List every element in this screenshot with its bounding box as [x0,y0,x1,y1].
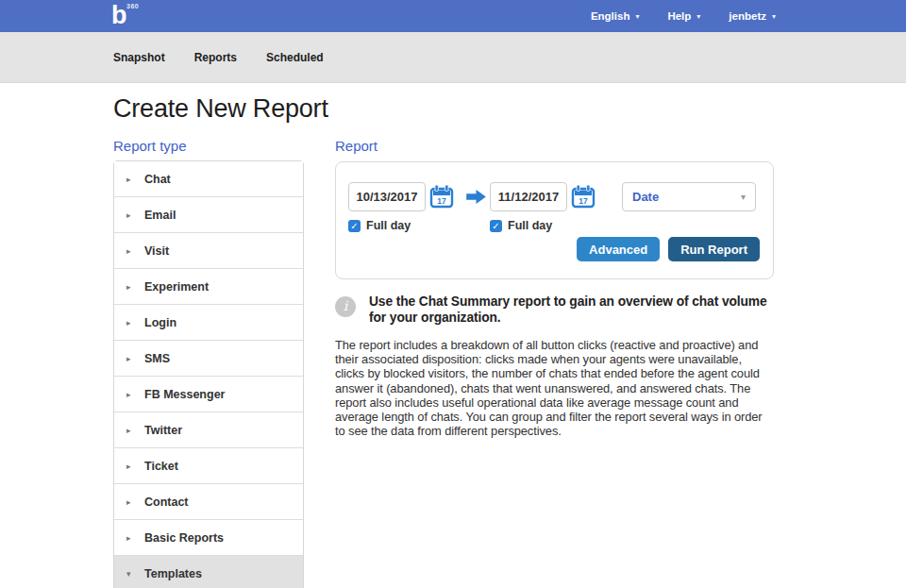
report-info-header: i Use the Chat Summary report to gain an… [335,294,775,326]
page-title: Create New Report [113,94,328,124]
report-type-item-visit[interactable]: ▸Visit [114,233,303,269]
calendar-day-number: 17 [579,196,588,206]
report-type-item-label: Twitter [144,424,182,437]
report-type-section: Report type ▸Chat▸Email▸Visit▸Experiment… [113,138,304,588]
report-type-item-label: Chat [144,173,171,186]
language-menu-label: English [591,10,630,22]
chevron-right-icon: ▸ [126,390,138,399]
report-type-item-label: Contact [144,496,189,509]
chevron-down-icon: ▾ [696,12,700,21]
report-type-item-label: Visit [144,244,169,258]
user-menu[interactable]: jenbetz ▾ [729,10,776,22]
report-heading: Report [335,138,775,154]
report-form-buttons: Advanced Run Report [577,237,760,261]
date-range-type-select[interactable]: Date ▾ [622,182,756,211]
report-type-item-experiment[interactable]: ▸Experiment [114,269,303,305]
report-type-item-templates[interactable]: ▾Templates [114,556,303,588]
report-type-item-fb-messenger[interactable]: ▸FB Messenger [114,377,303,412]
calendar-icon[interactable]: 17 [571,184,596,209]
report-type-item-basic-reports[interactable]: ▸Basic Reports [114,520,303,556]
report-type-item-label: Experiment [144,280,209,294]
chevron-right-icon: ▸ [126,462,138,471]
report-type-item-login[interactable]: ▸Login [114,305,303,341]
chevron-down-icon: ▾ [126,569,138,579]
help-menu-label: Help [667,10,691,22]
arrow-right-icon [466,190,486,204]
nav-item-snapshot[interactable]: Snapshot [113,51,165,64]
report-type-item-label: FB Messenger [144,388,225,401]
report-info-description: The report includes a breakdown of all b… [335,338,771,438]
report-type-item-ticket[interactable]: ▸Ticket [114,448,303,484]
info-icon: i [335,296,356,317]
language-menu[interactable]: English ▾ [591,10,640,22]
chevron-right-icon: ▸ [126,426,138,435]
calendar-day-number: 17 [437,196,446,206]
advanced-button[interactable]: Advanced [577,237,660,261]
end-date-input[interactable] [490,182,567,211]
report-type-item-chat[interactable]: ▸Chat [114,161,303,197]
chevron-right-icon: ▸ [126,497,138,507]
report-form-panel: 17 17 Date ▾ ✓ Full day ✓ [335,161,774,279]
report-type-item-label: Login [144,316,176,329]
top-bar-menus: English ▾ Help ▾ jenbetz ▾ [591,0,776,32]
top-bar: b 360 English ▾ Help ▾ jenbetz ▾ [0,0,906,32]
calendar-icon[interactable]: 17 [429,184,454,209]
report-type-item-label: Email [144,209,176,222]
chevron-right-icon: ▸ [126,246,138,256]
report-type-heading: Report type [113,138,304,154]
report-type-item-contact[interactable]: ▸Contact [114,484,303,520]
sub-nav: Snapshot Reports Scheduled [0,32,906,83]
nav-item-scheduled[interactable]: Scheduled [266,51,324,64]
chevron-right-icon: ▸ [126,318,138,328]
user-menu-label: jenbetz [729,10,766,22]
report-type-list: ▸Chat▸Email▸Visit▸Experiment▸Login▸SMS▸F… [113,160,304,588]
full-day-start-label: Full day [366,219,411,232]
report-type-item-label: Basic Reports [144,531,224,545]
checkbox-checked-icon: ✓ [348,220,361,232]
report-type-item-sms[interactable]: ▸SMS [114,341,303,377]
date-range-type-value: Date [632,190,741,204]
create-new-report-page: b 360 English ▾ Help ▾ jenbetz ▾ Snapsho… [0,0,906,588]
full-day-end-label: Full day [508,219,552,232]
chevron-right-icon: ▸ [126,210,138,220]
full-day-start-checkbox[interactable]: ✓ Full day [348,219,411,232]
help-menu[interactable]: Help ▾ [667,10,700,22]
chevron-right-icon: ▸ [126,282,138,292]
chevron-right-icon: ▸ [126,175,138,184]
chevron-down-icon: ▾ [741,192,746,202]
start-date-input[interactable] [348,182,426,211]
b360-logo-letter: b [111,1,127,29]
report-type-item-label: Templates [144,567,202,580]
report-type-item-email[interactable]: ▸Email [114,197,303,233]
chevron-right-icon: ▸ [126,533,138,543]
report-info-title: Use the Chat Summary report to gain an o… [369,294,775,326]
chevron-down-icon: ▾ [635,12,639,21]
b360-logo[interactable]: b 360 [111,0,127,32]
report-type-item-label: SMS [144,352,170,365]
report-section: Report 17 17 Date [335,138,775,154]
run-report-button[interactable]: Run Report [668,237,760,261]
report-type-item-label: Ticket [144,460,178,473]
b360-logo-superscript: 360 [126,3,139,9]
nav-item-reports[interactable]: Reports [194,51,237,64]
checkbox-checked-icon: ✓ [490,220,502,232]
report-type-item-twitter[interactable]: ▸Twitter [114,412,303,448]
full-day-end-checkbox[interactable]: ✓ Full day [490,219,552,232]
chevron-down-icon: ▾ [772,12,776,21]
chevron-right-icon: ▸ [126,354,138,363]
